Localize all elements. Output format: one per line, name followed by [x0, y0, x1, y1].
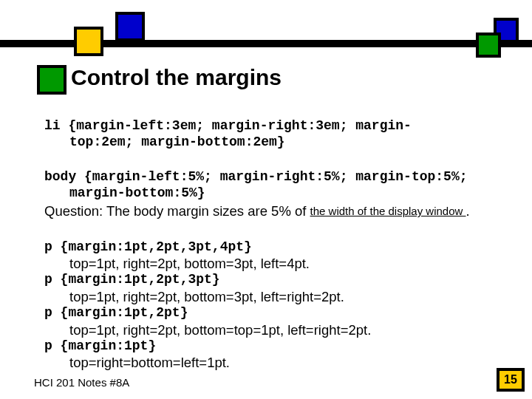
footer-note: HCI 201 Notes #8A — [34, 376, 129, 389]
desc-line: top=1pt, right=2pt, bottom=3pt, left=4pt… — [69, 255, 502, 272]
question-text: Question: The body margin sizes are 5% o… — [44, 203, 310, 219]
code-line: p {margin:1pt} — [44, 338, 502, 355]
question-line: Question: The body margin sizes are 5% o… — [44, 202, 502, 219]
desc-line: top=right=bottom=left=1pt. — [69, 354, 502, 371]
decor-square-green — [37, 65, 66, 95]
code-line: p {margin:1pt,2pt,3pt} — [44, 272, 502, 288]
question-period: . — [466, 203, 470, 219]
code-line: li {margin-left:3em; margin-right:3em; m… — [44, 118, 502, 134]
code-line: p {margin:1pt,2pt,3pt,4pt} — [44, 239, 502, 256]
code-block-li: li {margin-left:3em; margin-right:3em; m… — [44, 118, 502, 150]
page-number: 15 — [497, 368, 525, 392]
code-line: margin-bottom:5%} — [69, 185, 502, 202]
decor-square-yellow — [74, 27, 103, 56]
slide-title: Control the margins — [71, 65, 282, 90]
code-line: top:2em; margin-bottom:2em} — [69, 134, 502, 151]
code-line: body {margin-left:5%; margin-right:5%; m… — [44, 169, 502, 185]
code-block-p-examples: p {margin:1pt,2pt,3pt,4pt} top=1pt, righ… — [44, 239, 502, 372]
code-block-body: body {margin-left:5%; margin-right:5%; m… — [44, 169, 502, 219]
decor-square-blue — [115, 12, 145, 41]
desc-line: top=1pt, right=2pt, bottom=3pt, left=rig… — [69, 288, 502, 305]
code-line: p {margin:1pt,2pt} — [44, 305, 502, 321]
slide-content: li {margin-left:3em; margin-right:3em; m… — [44, 118, 502, 371]
decor-square-green-small — [476, 33, 501, 58]
question-answer: the width of the display window — [310, 205, 466, 217]
desc-line: top=1pt, right=2pt, bottom=top=1pt, left… — [69, 321, 502, 338]
